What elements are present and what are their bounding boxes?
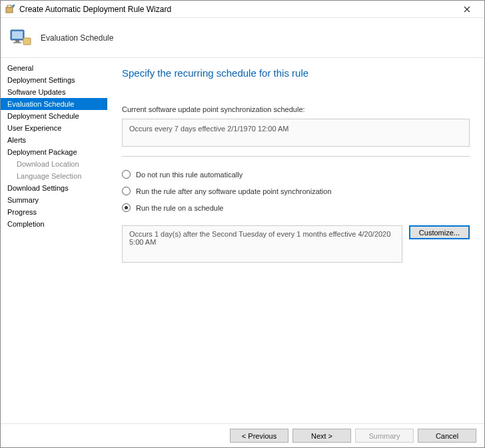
sidebar-item-user-experience[interactable]: User Experience bbox=[1, 122, 107, 134]
close-button[interactable] bbox=[454, 1, 480, 17]
next-button[interactable]: Next > bbox=[292, 429, 351, 443]
radio-label: Run the rule on a schedule bbox=[136, 204, 223, 212]
wizard-icon bbox=[5, 4, 15, 15]
cancel-button[interactable]: Cancel bbox=[418, 429, 476, 443]
run-mode-radio-group: Do not run this rule automatically Run t… bbox=[122, 166, 470, 216]
radio-on-schedule[interactable]: Run the rule on a schedule bbox=[122, 199, 470, 216]
sidebar-item-software-updates[interactable]: Software Updates bbox=[1, 86, 107, 98]
sidebar-item-progress[interactable]: Progress bbox=[1, 206, 107, 218]
sidebar-item-completion[interactable]: Completion bbox=[1, 218, 107, 230]
svg-rect-5 bbox=[13, 42, 21, 43]
sidebar-item-general[interactable]: General bbox=[1, 62, 107, 74]
svg-rect-3 bbox=[12, 31, 23, 39]
sidebar-item-deployment-settings[interactable]: Deployment Settings bbox=[1, 74, 107, 86]
radio-do-not-run[interactable]: Do not run this rule automatically bbox=[122, 166, 470, 183]
svg-rect-1 bbox=[7, 5, 11, 7]
sidebar-item-download-location[interactable]: Download Location bbox=[1, 158, 107, 170]
customize-button[interactable]: Customize... bbox=[409, 225, 470, 239]
header-title: Evaluation Schedule bbox=[41, 33, 113, 43]
wizard-main: Specify the recurring schedule for this … bbox=[107, 58, 484, 423]
summary-button: Summary bbox=[355, 429, 414, 443]
sidebar-item-evaluation-schedule[interactable]: Evaluation Schedule bbox=[1, 98, 107, 110]
schedule-value: Occurs 1 day(s) after the Second Tuesday… bbox=[122, 225, 402, 263]
sidebar-item-deployment-package[interactable]: Deployment Package bbox=[1, 146, 107, 158]
page-title: Specify the recurring schedule for this … bbox=[122, 67, 470, 79]
svg-rect-0 bbox=[6, 7, 13, 13]
sidebar-item-summary[interactable]: Summary bbox=[1, 194, 107, 206]
wizard-sidebar: GeneralDeployment SettingsSoftware Updat… bbox=[1, 58, 107, 423]
computer-icon bbox=[9, 26, 33, 50]
sidebar-item-deployment-schedule[interactable]: Deployment Schedule bbox=[1, 110, 107, 122]
wizard-header: Evaluation Schedule bbox=[1, 18, 484, 58]
titlebar: Create Automatic Deployment Rule Wizard bbox=[1, 1, 484, 18]
radio-label: Do not run this rule automatically bbox=[136, 171, 242, 179]
schedule-row: Occurs 1 day(s) after the Second Tuesday… bbox=[122, 225, 470, 263]
window-title: Create Automatic Deployment Rule Wizard bbox=[19, 5, 454, 14]
sidebar-item-alerts[interactable]: Alerts bbox=[1, 134, 107, 146]
sync-schedule-value: Occurs every 7 days effective 2/1/1970 1… bbox=[122, 119, 470, 147]
wizard-content: GeneralDeployment SettingsSoftware Updat… bbox=[1, 58, 484, 423]
sidebar-item-language-selection[interactable]: Language Selection bbox=[1, 170, 107, 182]
svg-rect-6 bbox=[23, 38, 31, 45]
radio-icon bbox=[122, 187, 131, 195]
separator bbox=[122, 156, 470, 157]
sync-schedule-label: Current software update point synchroniz… bbox=[122, 105, 470, 113]
radio-after-sync[interactable]: Run the rule after any software update p… bbox=[122, 183, 470, 199]
previous-button[interactable]: < Previous bbox=[230, 429, 288, 443]
svg-rect-4 bbox=[15, 40, 19, 42]
sidebar-item-download-settings[interactable]: Download Settings bbox=[1, 182, 107, 194]
wizard-footer: < Previous Next > Summary Cancel bbox=[1, 423, 484, 447]
radio-icon bbox=[122, 170, 131, 179]
radio-icon bbox=[122, 203, 131, 212]
radio-label: Run the rule after any software update p… bbox=[136, 187, 332, 195]
